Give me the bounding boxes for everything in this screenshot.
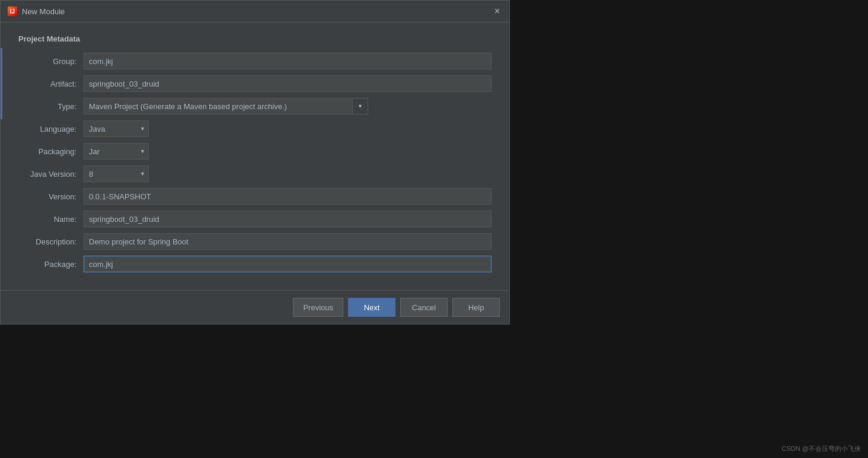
artifact-row: Artifact: — [18, 75, 492, 92]
description-label: Description: — [18, 237, 84, 246]
dialog-titlebar: IJ New Module × — [1, 1, 509, 23]
version-input[interactable] — [84, 188, 492, 205]
java-version-row: Java Version: 8 11 17 — [18, 166, 492, 182]
dialog-footer: Previous Next Cancel Help — [1, 290, 509, 324]
packaging-label: Packaging: — [18, 147, 84, 156]
packaging-row: Packaging: Jar War — [18, 143, 492, 160]
artifact-label: Artifact: — [18, 79, 84, 88]
description-row: Description: — [18, 233, 492, 250]
type-label: Type: — [18, 102, 84, 111]
packaging-select[interactable]: Jar War — [84, 143, 149, 160]
description-input[interactable] — [84, 233, 492, 250]
title-left: IJ New Module — [8, 7, 65, 16]
package-input[interactable] — [84, 256, 492, 272]
section-title: Project Metadata — [18, 34, 492, 43]
help-button[interactable]: Help — [452, 298, 500, 317]
close-button[interactable]: × — [492, 5, 502, 17]
left-accent — [1, 48, 2, 119]
type-select-wrapper[interactable]: Maven Project (Generate a Maven based pr… — [84, 98, 368, 114]
watermark: CSDN @不会压弯的小飞侠 — [782, 444, 861, 453]
version-label: Version: — [18, 192, 84, 201]
java-version-select-wrapper[interactable]: 8 11 17 — [84, 166, 149, 182]
type-select[interactable]: Maven Project (Generate a Maven based pr… — [84, 100, 352, 113]
app-icon: IJ — [8, 7, 17, 16]
group-row: Group: — [18, 53, 492, 69]
version-row: Version: — [18, 188, 492, 205]
package-row: Package: — [18, 256, 492, 272]
language-select[interactable]: Java Kotlin Groovy — [84, 120, 149, 137]
java-version-select[interactable]: 8 11 17 — [84, 166, 149, 182]
name-input[interactable] — [84, 211, 492, 227]
language-row: Language: Java Kotlin Groovy — [18, 120, 492, 137]
java-version-label: Java Version: — [18, 170, 84, 179]
dialog-title: New Module — [22, 7, 65, 16]
group-input[interactable] — [84, 53, 492, 69]
next-button[interactable]: Next — [348, 298, 395, 317]
name-row: Name: — [18, 211, 492, 227]
type-row: Type: Maven Project (Generate a Maven ba… — [18, 98, 492, 114]
language-select-wrapper[interactable]: Java Kotlin Groovy — [84, 120, 149, 137]
artifact-input[interactable] — [84, 75, 492, 92]
group-label: Group: — [18, 57, 84, 66]
packaging-select-wrapper[interactable]: Jar War — [84, 143, 149, 160]
package-label: Package: — [18, 260, 84, 269]
dialog-content: Project Metadata Group: Artifact: Type: … — [1, 23, 509, 290]
type-dropdown-arrow[interactable]: ▼ — [352, 98, 368, 114]
previous-button[interactable]: Previous — [293, 298, 343, 317]
name-label: Name: — [18, 215, 84, 224]
new-module-dialog: IJ New Module × Project Metadata Group: … — [0, 0, 510, 325]
language-label: Language: — [18, 125, 84, 133]
cancel-button[interactable]: Cancel — [400, 298, 448, 317]
